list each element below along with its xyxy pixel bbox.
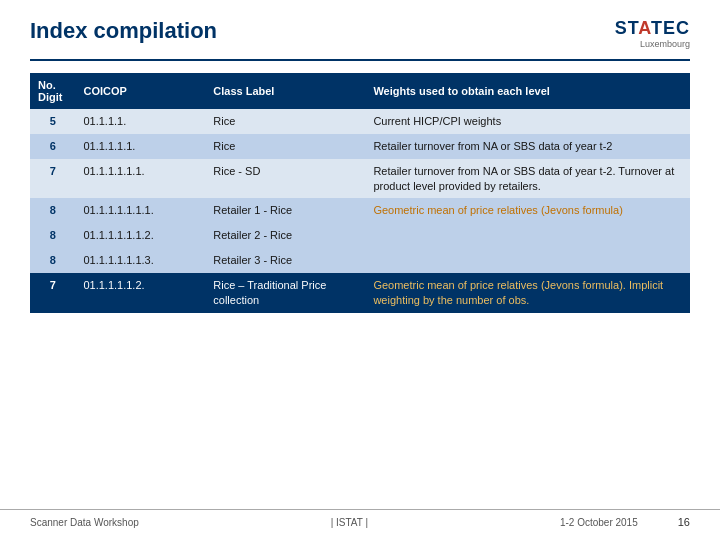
cell-label: Retailer 3 - Rice bbox=[205, 248, 365, 273]
table-header-row: No.Digit COICOP Class Label Weights used… bbox=[30, 73, 690, 109]
col-header-coicop: COICOP bbox=[75, 73, 205, 109]
page-title: Index compilation bbox=[30, 18, 217, 44]
col-header-digit: No.Digit bbox=[30, 73, 75, 109]
cell-label: Rice bbox=[205, 134, 365, 159]
table-row: 601.1.1.1.1.RiceRetailer turnover from N… bbox=[30, 134, 690, 159]
footer: Scanner Data Workshop | ISTAT | 1-2 Octo… bbox=[0, 509, 720, 528]
footer-right: 1-2 October 2015 16 bbox=[560, 516, 690, 528]
cell-label: Rice bbox=[205, 109, 365, 134]
logo-subtitle: Luxembourg bbox=[640, 39, 690, 49]
cell-coicop: 01.1.1.1.1.1.2. bbox=[75, 223, 205, 248]
table-row: 701.1.1.1.1.2.Rice – Traditional Price c… bbox=[30, 273, 690, 313]
cell-coicop: 01.1.1.1.1.1. bbox=[75, 159, 205, 199]
footer-date: 1-2 October 2015 bbox=[560, 517, 638, 528]
cell-weights: Retailer turnover from NA or SBS data of… bbox=[365, 134, 690, 159]
cell-label: Retailer 2 - Rice bbox=[205, 223, 365, 248]
table-row: 801.1.1.1.1.1.3.Retailer 3 - Rice bbox=[30, 248, 690, 273]
cell-coicop: 01.1.1.1.1.1.1. bbox=[75, 198, 205, 223]
cell-digit: 6 bbox=[30, 134, 75, 159]
table-wrapper: No.Digit COICOP Class Label Weights used… bbox=[30, 73, 690, 313]
cell-digit: 8 bbox=[30, 198, 75, 223]
table-row: 801.1.1.1.1.1.2.Retailer 2 - Rice bbox=[30, 223, 690, 248]
cell-weights: Geometric mean of price relatives (Jevon… bbox=[365, 273, 690, 313]
table-row: 801.1.1.1.1.1.1.Retailer 1 - RiceGeometr… bbox=[30, 198, 690, 223]
cell-coicop: 01.1.1.1. bbox=[75, 109, 205, 134]
cell-weights bbox=[365, 248, 690, 273]
cell-label: Retailer 1 - Rice bbox=[205, 198, 365, 223]
cell-digit: 5 bbox=[30, 109, 75, 134]
footer-page: 16 bbox=[678, 516, 690, 528]
table-row: 501.1.1.1.RiceCurrent HICP/CPI weights bbox=[30, 109, 690, 134]
cell-digit: 7 bbox=[30, 273, 75, 313]
cell-label: Rice - SD bbox=[205, 159, 365, 199]
table-row: 701.1.1.1.1.1.Rice - SDRetailer turnover… bbox=[30, 159, 690, 199]
cell-digit: 8 bbox=[30, 248, 75, 273]
footer-istat: | ISTAT | bbox=[331, 517, 368, 528]
cell-weights: Current HICP/CPI weights bbox=[365, 109, 690, 134]
data-table: No.Digit COICOP Class Label Weights used… bbox=[30, 73, 690, 313]
col-header-label: Class Label bbox=[205, 73, 365, 109]
cell-weights bbox=[365, 223, 690, 248]
header-divider bbox=[30, 59, 690, 61]
cell-weights: Retailer turnover from NA or SBS data of… bbox=[365, 159, 690, 199]
logo-ec: A bbox=[638, 18, 651, 38]
logo-stat: ST bbox=[615, 18, 639, 38]
cell-coicop: 01.1.1.1.1. bbox=[75, 134, 205, 159]
col-header-weights: Weights used to obtain each level bbox=[365, 73, 690, 109]
cell-label: Rice – Traditional Price collection bbox=[205, 273, 365, 313]
cell-weights: Geometric mean of price relatives (Jevon… bbox=[365, 198, 690, 223]
page: Index compilation STATEC Luxembourg No.D… bbox=[0, 0, 720, 540]
cell-digit: 8 bbox=[30, 223, 75, 248]
logo: STATEC bbox=[615, 18, 690, 39]
logo-area: STATEC Luxembourg bbox=[615, 18, 690, 49]
footer-workshop: Scanner Data Workshop bbox=[30, 517, 139, 528]
cell-coicop: 01.1.1.1.1.2. bbox=[75, 273, 205, 313]
cell-coicop: 01.1.1.1.1.1.3. bbox=[75, 248, 205, 273]
header: Index compilation STATEC Luxembourg bbox=[0, 0, 720, 59]
cell-digit: 7 bbox=[30, 159, 75, 199]
